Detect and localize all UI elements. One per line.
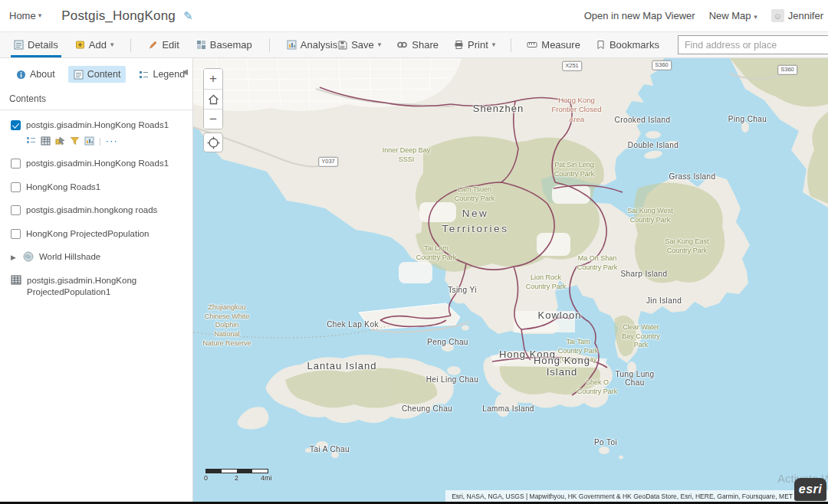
layer-label: postgis.gisadmin.hongkong roads — [26, 205, 157, 217]
sidebar-tabs: About Content Legend — [0, 58, 192, 89]
layer-checkbox[interactable] — [11, 229, 21, 239]
analysis-icon — [287, 40, 297, 50]
tab-about[interactable]: About — [11, 66, 61, 83]
home-extent-button[interactable] — [204, 89, 222, 109]
scale-bar: 0 2 4mi — [205, 469, 268, 482]
chevron-down-icon: ▾ — [110, 41, 114, 48]
save-label: Save — [351, 39, 374, 51]
layer-item: ▶ World Hillshade — [11, 251, 185, 263]
change-style-icon[interactable] — [55, 136, 65, 146]
contents-heading: Contents — [0, 89, 192, 110]
share-button[interactable]: Share — [396, 39, 439, 51]
edit-title-icon[interactable]: ✎ — [183, 9, 193, 23]
layer-label: postgis.gisadmin.HongKong Roads1 — [26, 158, 169, 170]
bookmarks-button[interactable]: Bookmarks — [596, 39, 659, 51]
content-icon — [74, 70, 84, 80]
edit-pencil-icon — [148, 40, 158, 50]
measure-button[interactable]: Measure — [527, 39, 580, 51]
basemap-terrain — [193, 58, 828, 502]
toolbar: Details Add ▾ Edit Basemap Analysis Save… — [0, 32, 828, 58]
basemap-icon — [196, 40, 206, 50]
toolbar-divider — [511, 38, 511, 52]
avatar: ☺ — [771, 9, 784, 22]
tab-about-label: About — [30, 69, 55, 80]
toolbar-divider — [269, 38, 270, 52]
esri-logo: esri — [794, 478, 826, 501]
layer-item: HongKong Roads1 — [11, 182, 185, 194]
edit-label: Edit — [162, 39, 179, 51]
perform-analysis-icon[interactable] — [84, 136, 94, 146]
toolbar-divider — [130, 38, 131, 52]
analysis-label: Analysis — [301, 39, 337, 51]
share-link-icon — [396, 40, 408, 50]
print-label: Print — [468, 39, 488, 51]
layer-item: postgis.gisadmin.HongKong Roads1 | ··· — [11, 119, 185, 146]
chevron-down-icon: ▾ — [378, 41, 382, 48]
layer-checkbox[interactable] — [11, 159, 21, 169]
print-button[interactable]: Print ▾ — [454, 39, 495, 51]
chevron-down-icon: ▾ — [754, 13, 757, 21]
search-input[interactable] — [678, 35, 828, 54]
analysis-button[interactable]: Analysis — [287, 32, 337, 57]
layer-item: postgis.gisadmin.HongKong Roads1 — [11, 158, 185, 170]
add-button[interactable]: Add ▾ — [75, 32, 114, 57]
layer-label: HongKong Roads1 — [26, 182, 100, 194]
layer-list: postgis.gisadmin.HongKong Roads1 | ··· p… — [0, 110, 192, 299]
show-legend-icon[interactable] — [26, 136, 36, 146]
sidebar-collapse-icon[interactable]: ◀ — [182, 67, 188, 76]
layer-item: postgis.gisadmin.HongKong ProjectedPopul… — [11, 275, 185, 299]
details-label: Details — [28, 39, 58, 51]
scale-mid: 2 — [235, 474, 238, 482]
locate-crosshair-icon — [207, 136, 220, 149]
layer-checkbox[interactable] — [11, 182, 21, 192]
add-label: Add — [89, 39, 107, 51]
user-menu[interactable]: ☺ Jennifer — [771, 9, 823, 22]
zoom-out-button[interactable]: − — [204, 109, 222, 129]
filter-icon[interactable] — [70, 136, 80, 146]
home-menu[interactable]: Home ▾ — [9, 10, 41, 21]
print-icon — [454, 40, 464, 50]
edit-button[interactable]: Edit — [148, 32, 179, 57]
open-in-new-map-viewer-link[interactable]: Open in new Map Viewer — [584, 10, 695, 21]
locate-button[interactable] — [203, 133, 223, 152]
bookmarks-icon — [596, 40, 606, 50]
page-title: Postgis_HongKong — [61, 8, 176, 24]
layer-checkbox[interactable] — [11, 120, 21, 130]
scale-end: 4mi — [261, 474, 272, 482]
sidebar: ◀ About Content Legend Contents postgis.… — [0, 58, 193, 502]
layer-label[interactable]: postgis.gisadmin.HongKong ProjectedPopul… — [27, 275, 161, 299]
zoom-in-button[interactable]: + — [204, 69, 222, 89]
info-icon — [16, 70, 26, 80]
show-table-icon[interactable] — [41, 136, 51, 146]
esri-logo-text: esri — [799, 483, 822, 496]
save-icon — [337, 40, 347, 50]
tab-legend-label: Legend — [153, 69, 185, 80]
basemap-label: Basemap — [210, 39, 252, 51]
bookmarks-label: Bookmarks — [610, 39, 659, 51]
new-map-label: New Map — [709, 10, 751, 21]
layer-label: HongKong ProjectedPopulation — [26, 228, 149, 241]
details-button[interactable]: Details — [14, 32, 58, 57]
user-name: Jennifer — [788, 10, 823, 21]
more-options-button[interactable]: ··· — [106, 138, 118, 144]
add-icon — [75, 40, 85, 50]
chevron-down-icon: ▾ — [38, 12, 42, 19]
layer-item: postgis.gisadmin.hongkong roads — [11, 205, 185, 217]
layer-label: postgis.gisadmin.HongKong Roads1 — [26, 119, 169, 132]
layer-tools: | ··· — [26, 136, 185, 147]
tab-content[interactable]: Content — [68, 66, 127, 83]
measure-label: Measure — [541, 39, 580, 51]
home-label: Home — [9, 10, 36, 21]
save-button[interactable]: Save ▾ — [337, 39, 381, 51]
world-hillshade-icon — [23, 251, 34, 262]
new-map-menu[interactable]: New Map ▾ — [709, 10, 757, 21]
scale-start: 0 — [204, 474, 208, 482]
map-canvas[interactable]: ShenzhenHong Kong Frontier Closed AreaCr… — [193, 58, 828, 502]
layer-checkbox[interactable] — [11, 205, 21, 215]
share-label: Share — [412, 39, 439, 51]
basemap-button[interactable]: Basemap — [196, 32, 252, 57]
expand-arrow-icon[interactable]: ▶ — [11, 253, 16, 262]
home-icon — [208, 94, 219, 105]
details-icon — [14, 40, 24, 50]
layer-label[interactable]: World Hillshade — [39, 251, 100, 263]
